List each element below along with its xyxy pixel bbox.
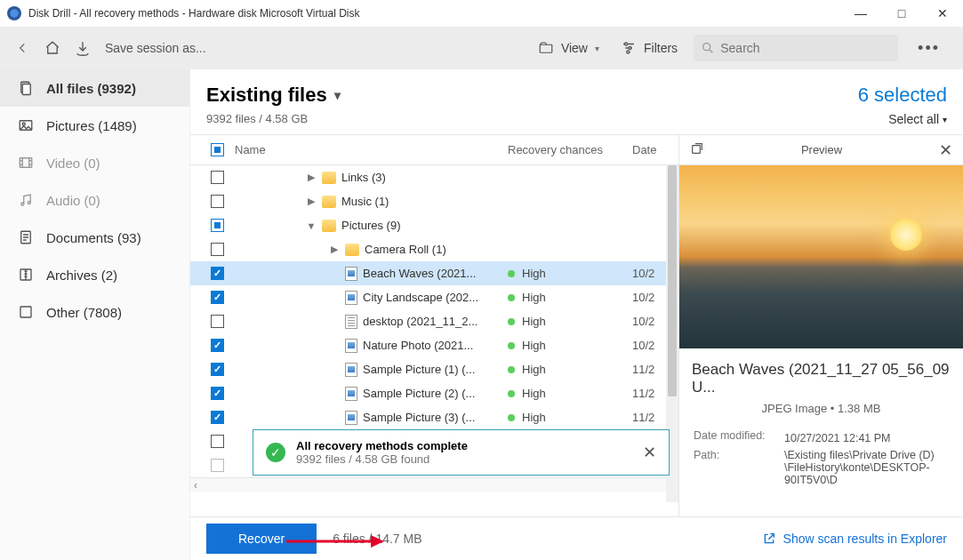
filters-icon — [621, 40, 637, 56]
column-date[interactable]: Date — [632, 143, 678, 156]
popout-icon[interactable] — [690, 141, 704, 158]
search-input[interactable] — [720, 41, 891, 55]
sidebar-item-label: All files (9392) — [46, 81, 136, 96]
table-row[interactable]: Sample Picture (2) (...High11/2 — [190, 381, 678, 405]
row-checkbox[interactable] — [211, 219, 224, 232]
sidebar-item-label: Other (7808) — [46, 305, 122, 320]
file-name: Sample Picture (1) (... — [363, 363, 475, 376]
table-row[interactable]: Beach Waves (2021...High10/2 — [190, 261, 678, 285]
filters-button[interactable]: Filters — [615, 36, 683, 60]
file-name: Beach Waves (2021... — [363, 267, 476, 280]
table-row[interactable]: desktop (2021_11_2...High10/2 — [190, 309, 678, 333]
sidebar-item-label: Audio (0) — [46, 193, 100, 208]
expand-icon[interactable]: ▶ — [306, 196, 317, 207]
row-checkbox[interactable] — [211, 339, 224, 352]
recover-button[interactable]: Recover — [206, 524, 317, 554]
text-file-icon — [345, 315, 357, 329]
view-label: View — [561, 41, 588, 55]
selected-count: 6 selected — [858, 84, 947, 107]
table-row[interactable]: ▶Camera Roll (1) — [190, 237, 678, 261]
row-checkbox[interactable] — [211, 411, 224, 424]
window-controls: — □ ✕ — [840, 0, 963, 27]
column-recovery[interactable]: Recovery chances — [508, 143, 632, 156]
toast-title: All recovery methods complete — [296, 439, 632, 452]
status-dot-icon — [508, 318, 515, 325]
save-session-button[interactable]: Save session as... — [105, 41, 206, 55]
row-checkbox[interactable] — [211, 171, 224, 184]
download-icon[interactable] — [75, 40, 91, 56]
file-name: desktop (2021_11_2... — [363, 315, 477, 328]
maximize-button[interactable]: □ — [881, 0, 922, 27]
row-checkbox[interactable] — [211, 195, 224, 208]
home-icon[interactable] — [44, 40, 60, 56]
sidebar-item-video[interactable]: Video (0) — [0, 144, 189, 181]
files-icon — [18, 80, 34, 96]
column-name[interactable]: Name — [235, 143, 508, 156]
sidebar-item-pictures[interactable]: Pictures (1489) — [0, 107, 189, 144]
svg-point-3 — [627, 51, 630, 53]
filters-label: Filters — [644, 41, 678, 55]
back-icon[interactable] — [14, 40, 30, 56]
file-name: Nature Photo (2021... — [363, 339, 473, 352]
chevron-down-icon: ▾ — [595, 44, 599, 53]
table-row[interactable]: ▶Links (3) — [190, 165, 678, 189]
table-row[interactable]: Sample Picture (1) (...High11/2 — [190, 357, 678, 381]
image-file-icon — [345, 411, 357, 425]
file-name: Sample Picture (2) (... — [363, 387, 475, 400]
horizontal-scrollbar[interactable]: ‹› — [190, 477, 678, 492]
table-row[interactable]: Nature Photo (2021...High10/2 — [190, 333, 678, 357]
svg-point-1 — [624, 43, 627, 45]
preview-filemeta: JPEG Image • 1.38 MB — [692, 402, 951, 415]
recovery-chance: High — [522, 411, 546, 424]
row-checkbox[interactable] — [211, 315, 224, 328]
preview-filename: Beach Waves (2021_11_27 05_56_09 U... — [692, 361, 951, 396]
row-checkbox[interactable] — [211, 243, 224, 256]
archives-icon — [18, 267, 34, 283]
table-row[interactable]: ▼Pictures (9) — [190, 213, 678, 237]
table-row[interactable]: City Landscape (202...High10/2 — [190, 285, 678, 309]
table-row[interactable]: Sample Picture (3) (...High11/2 — [190, 405, 678, 429]
preview-close-button[interactable]: ✕ — [939, 140, 952, 160]
other-icon — [18, 304, 34, 320]
chevron-down-icon: ▾ — [334, 88, 341, 102]
row-checkbox[interactable] — [211, 291, 224, 304]
heading-text: Existing files — [206, 84, 327, 107]
content: Existing files ▾ 9392 files / 4.58 GB 6 … — [190, 69, 963, 560]
sidebar-item-audio[interactable]: Audio (0) — [0, 181, 189, 219]
search-box[interactable] — [694, 35, 898, 61]
close-button[interactable]: ✕ — [922, 0, 963, 27]
select-all-checkbox[interactable] — [211, 143, 224, 156]
table-row[interactable]: ▶Music (1) — [190, 189, 678, 213]
recovery-chance: High — [522, 363, 546, 376]
row-checkbox[interactable] — [211, 459, 224, 472]
expand-icon[interactable]: ▶ — [329, 244, 340, 255]
expand-icon[interactable]: ▼ — [306, 220, 317, 231]
toolbar: Save session as... View ▾ Filters ••• — [0, 27, 963, 69]
folder-icon — [322, 172, 336, 184]
file-name: Pictures (9) — [341, 219, 400, 232]
sidebar-item-documents[interactable]: Documents (93) — [0, 219, 189, 256]
svg-point-11 — [28, 202, 30, 204]
status-dot-icon — [508, 270, 515, 277]
file-name: Camera Roll (1) — [365, 243, 446, 256]
toast-subtitle: 9392 files / 4.58 GB found — [296, 452, 632, 466]
select-all-button[interactable]: Select all▾ — [888, 112, 947, 126]
expand-icon[interactable]: ▶ — [306, 172, 317, 183]
content-heading[interactable]: Existing files ▾ — [206, 84, 341, 107]
row-checkbox[interactable] — [211, 387, 224, 400]
row-checkbox[interactable] — [211, 363, 224, 376]
recovery-chance: High — [522, 339, 546, 352]
heading-subtitle: 9392 files / 4.58 GB — [206, 112, 341, 125]
sidebar-item-other[interactable]: Other (7808) — [0, 293, 189, 331]
row-checkbox[interactable] — [211, 435, 224, 448]
minimize-button[interactable]: — — [840, 0, 881, 27]
show-in-explorer-link[interactable]: Show scan results in Explorer — [762, 532, 947, 546]
toast-close-button[interactable]: ✕ — [643, 443, 656, 462]
sidebar: All files (9392) Pictures (1489) Video (… — [0, 69, 190, 560]
sidebar-item-archives[interactable]: Archives (2) — [0, 256, 189, 293]
view-button[interactable]: View ▾ — [533, 36, 605, 60]
more-button[interactable]: ••• — [909, 39, 949, 58]
row-checkbox[interactable] — [211, 267, 224, 280]
status-dot-icon — [508, 342, 515, 349]
sidebar-item-all-files[interactable]: All files (9392) — [0, 69, 189, 107]
